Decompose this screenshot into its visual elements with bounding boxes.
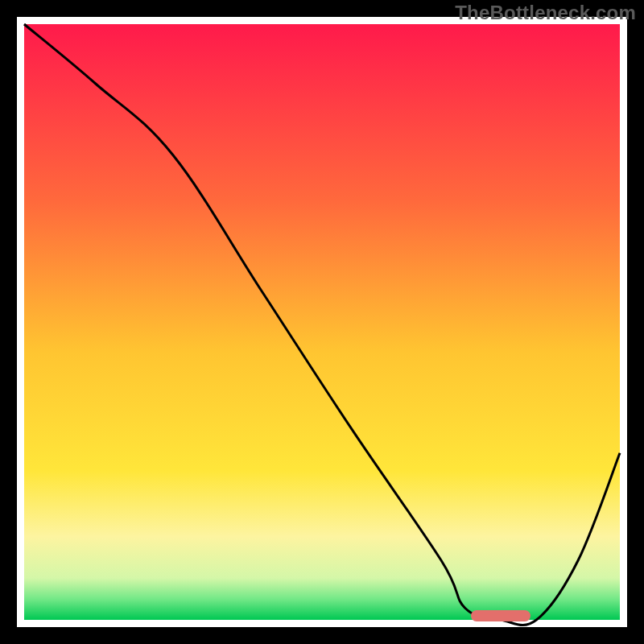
plot-background: [24, 24, 620, 620]
watermark-text: TheBottleneck.com: [455, 2, 636, 24]
optimal-range-marker: [471, 610, 530, 621]
bottleneck-plot: [0, 0, 644, 644]
chart-frame: TheBottleneck.com: [0, 0, 644, 644]
